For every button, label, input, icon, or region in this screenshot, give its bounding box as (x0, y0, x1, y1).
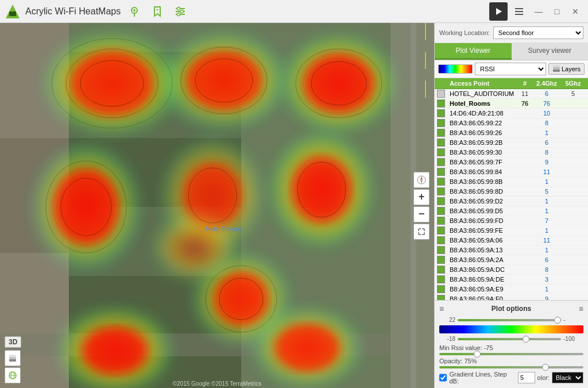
row-color-swatch (437, 256, 445, 264)
gradient-lines-row: Gradient Lines, Step dB: olor: Black Whi… (439, 371, 583, 385)
table-row[interactable]: B8:A3:86:05:99:8411 (435, 167, 588, 177)
location-icon[interactable] (125, 2, 144, 21)
layers-button[interactable]: Layers (548, 63, 585, 75)
table-row[interactable]: 14:D6:4D:A9:21:0810 (435, 109, 588, 118)
maximize-button[interactable]: □ (549, 3, 565, 20)
row-color-swatch (437, 139, 445, 147)
main-content: Hotel Rooms 3D + − (0, 23, 588, 388)
svg-point-11 (177, 13, 180, 16)
table-row[interactable]: Hotel_Rooms7676 (435, 99, 588, 109)
working-location-select[interactable]: Second floor (493, 26, 583, 39)
row-color-swatch (437, 119, 445, 127)
row-color-swatch (437, 168, 445, 176)
table-row[interactable]: B8:A3:86:05:99:8B1 (435, 177, 588, 187)
plot-options-header: ≡ Plot options ≡ (439, 304, 583, 313)
table-row[interactable]: B8:A3:86:05:99:D51 (435, 206, 588, 216)
working-location-row: Working Location: Second floor (435, 23, 588, 43)
table-row[interactable]: B8:A3:86:05:99:2B6 (435, 138, 588, 148)
svg-rect-20 (69, 52, 241, 138)
map-background (0, 23, 434, 388)
header-color (437, 80, 448, 87)
table-row[interactable]: B8:A3:86:05:99:8D5 (435, 187, 588, 197)
row-2ghz: 6 (534, 139, 559, 146)
row-color-swatch (437, 207, 445, 215)
minimize-button[interactable]: — (531, 3, 547, 20)
row-color-swatch (437, 148, 445, 156)
row-ap-name: B8:A3:86:05:9A:13 (450, 247, 516, 253)
gradient-lines-checkbox[interactable] (439, 374, 447, 382)
step-input[interactable] (518, 372, 535, 383)
top-range-slider-row: 22 - (439, 317, 583, 323)
map-area[interactable]: Hotel Rooms 3D + − (0, 23, 434, 388)
table-row[interactable]: HOTEL_AUDITORIUM1165 (435, 89, 588, 99)
svg-point-3 (133, 9, 136, 11)
svg-rect-17 (0, 23, 69, 138)
table-row[interactable]: B8:A3:86:05:9A:F09 (435, 294, 588, 300)
bookmark-icon[interactable] (148, 2, 167, 21)
rssi-select[interactable]: RSSI (475, 63, 546, 75)
table-row[interactable]: B8:A3:86:05:99:FE1 (435, 226, 588, 236)
bottom-range-slider[interactable] (458, 338, 561, 340)
close-button[interactable]: ✕ (567, 3, 583, 20)
table-row[interactable]: B8:A3:86:05:99:7F9 (435, 157, 588, 167)
top-slider-dash: - (563, 317, 583, 323)
tab-plot-viewer[interactable]: Plot Viewer (435, 43, 512, 60)
app-title: Acrylic Wi-Fi HeatMaps (25, 6, 121, 17)
map-corner-controls (5, 350, 21, 383)
table-row[interactable]: B8:A3:86:05:99:261 (435, 128, 588, 138)
expand-button[interactable] (413, 224, 430, 240)
row-ap-name: B8:A3:86:05:99:84 (450, 168, 516, 175)
menu-button[interactable] (510, 2, 528, 21)
min-rssi-slider[interactable] (439, 353, 583, 355)
layers-toggle-button[interactable] (5, 350, 21, 366)
row-ap-name: B8:A3:86:05:99:FE (450, 227, 516, 234)
top-range-slider[interactable] (458, 319, 561, 321)
row-ap-name: B8:A3:86:05:99:D5 (450, 208, 516, 214)
compass-button[interactable] (413, 172, 430, 188)
row-2ghz: 1 (534, 178, 559, 185)
table-row[interactable]: B8:A3:86:05:9A:E91 (435, 285, 588, 294)
map-3d-button[interactable]: 3D (5, 336, 21, 348)
row-color-swatch (437, 246, 445, 254)
row-2ghz: 9 (534, 159, 559, 166)
rssi-row: RSSI Layers (435, 60, 588, 78)
table-row[interactable]: B8:A3:86:05:9A:DE3 (435, 275, 588, 285)
tab-survey-viewer[interactable]: Survey viewer (512, 43, 589, 60)
zoom-in-button[interactable]: + (413, 189, 430, 205)
header-5ghz: 5Ghz (560, 80, 586, 87)
bottom-slider-left-val: -18 (439, 336, 455, 342)
row-ap-name: B8:A3:86:05:99:30 (450, 149, 516, 156)
svg-rect-1 (9, 11, 16, 16)
table-row[interactable]: B8:A3:86:05:9A:0611 (435, 236, 588, 245)
settings-icon[interactable] (171, 2, 189, 21)
table-row[interactable]: B8:A3:86:05:9A:2A6 (435, 255, 588, 265)
opacity-row: Opacity: 75% (439, 358, 583, 368)
table-row[interactable]: B8:A3:86:05:99:308 (435, 148, 588, 157)
bottom-range-slider-row: -18 -100 (439, 336, 583, 342)
table-header: Access Point # 2.4Ghz 5Ghz (435, 78, 588, 89)
svg-marker-12 (496, 8, 502, 15)
svg-point-10 (181, 10, 184, 13)
color-select[interactable]: Black White (552, 372, 583, 383)
table-row[interactable]: B8:A3:86:05:99:D21 (435, 197, 588, 206)
plot-options-title: Plot options (444, 305, 579, 313)
table-row[interactable]: B8:A3:86:05:9A:DC8 (435, 265, 588, 275)
table-row[interactable]: B8:A3:86:05:99:228 (435, 118, 588, 128)
row-2ghz: 8 (534, 266, 559, 273)
plot-collapse-right-icon[interactable]: ≡ (579, 304, 583, 313)
svg-rect-69 (9, 355, 16, 357)
row-color-swatch (437, 90, 445, 98)
opacity-slider[interactable] (439, 366, 583, 368)
table-row[interactable]: B8:A3:86:05:99:FD7 (435, 216, 588, 226)
zoom-out-button[interactable]: − (413, 206, 430, 222)
table-row[interactable]: B8:A3:86:05:9A:131 (435, 245, 588, 255)
globe-button[interactable] (5, 367, 21, 383)
row-2ghz: 9 (534, 295, 559, 300)
row-2ghz: 76 (534, 100, 559, 107)
plot-collapse-left-icon[interactable]: ≡ (439, 304, 444, 313)
table-body: HOTEL_AUDITORIUM1165Hotel_Rooms767614:D6… (435, 89, 588, 300)
play-button[interactable] (489, 2, 508, 21)
row-count: 11 (517, 90, 533, 97)
row-2ghz: 10 (534, 110, 559, 117)
row-ap-name: Hotel_Rooms (450, 100, 516, 107)
